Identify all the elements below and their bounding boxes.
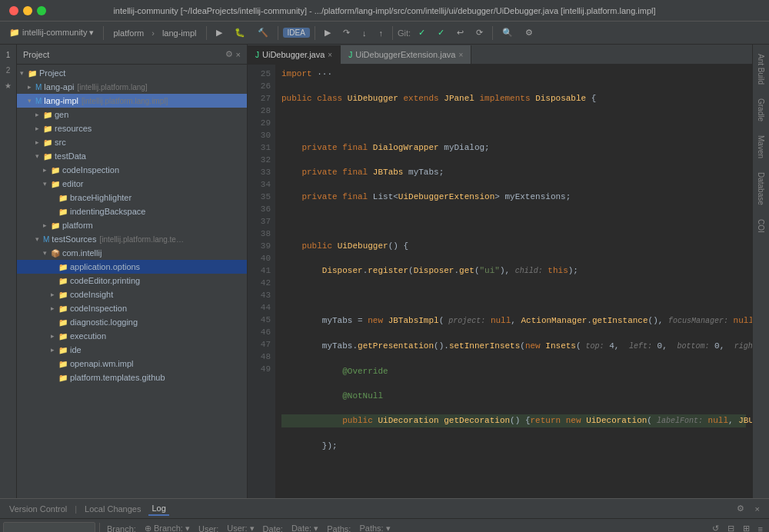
search-button[interactable]: 🔍 (498, 26, 518, 39)
tree-item-indentingbackspace[interactable]: 📁 indentingBackspace (17, 204, 247, 218)
debug-button[interactable]: 🐛 (230, 26, 250, 39)
tree-item-com-intellij[interactable]: ▾ 📦 com.intellij (17, 246, 247, 260)
platform-nav-button[interactable]: platform (108, 27, 148, 39)
main-toolbar: 📁 intellij-community ▾ platform › lang-i… (0, 22, 769, 45)
project-panel-header: Project ⚙ × (17, 45, 247, 65)
git-expand-btn[interactable]: ⊞ (740, 522, 753, 532)
code-editor[interactable]: import ··· public class UiDebugger exten… (275, 65, 752, 498)
toolbar-sep-3 (278, 26, 278, 40)
git-refresh-btn[interactable]: ↺ (709, 522, 722, 532)
local-changes-tab[interactable]: Local Changes (82, 503, 144, 515)
database-panel[interactable]: Database (755, 166, 767, 211)
step-over-button[interactable]: ↷ (338, 26, 355, 39)
tree-item-codeinspection[interactable]: ▸ 📁 codeInspection (17, 163, 247, 177)
tree-item-bracehighlighter[interactable]: 📁 braceHighlighter (17, 191, 247, 204)
user-filter-label: User: (195, 523, 221, 533)
editor-tab-1[interactable]: J UiDebugger.java × (248, 45, 341, 64)
paths-filter-button[interactable]: Paths: ▾ (356, 522, 393, 532)
tree-item-testsources[interactable]: ▾ M testSources [intellij.platform.lang.… (17, 232, 247, 246)
tree-item-execution[interactable]: ▸ 📁 execution (17, 329, 247, 343)
tree-item-testdata[interactable]: ▾ 📁 testData (17, 149, 247, 163)
git-search-input[interactable] (3, 522, 95, 533)
panel-settings-icon[interactable]: ⚙ (225, 49, 233, 59)
git-checkmark-1[interactable]: ✓ (414, 26, 430, 39)
gradle-panel[interactable]: Gradle (755, 92, 767, 128)
git-collapse-btn[interactable]: ⊟ (724, 522, 737, 532)
tree-item-platform[interactable]: ▸ 📁 platform (17, 218, 247, 232)
maximize-button[interactable] (37, 6, 46, 15)
tree-item-codeeditor-printing[interactable]: 📁 codeEditor.printing (17, 274, 247, 288)
close-button[interactable] (9, 6, 18, 15)
toolbar-sep-4 (315, 26, 315, 40)
maven-panel[interactable]: Maven (755, 129, 767, 165)
tree-item-src[interactable]: ▸ 📁 src (17, 135, 247, 149)
version-control-tab[interactable]: Version Control (6, 503, 70, 515)
tab-close-1[interactable]: × (328, 51, 332, 59)
bottom-tabs-bar: Version Control | Local Changes Log ⚙ × (0, 499, 769, 519)
branch-filter-button[interactable]: ⊕ Branch: ▾ (141, 522, 193, 532)
tree-item-resources[interactable]: ▸ 📁 resources (17, 121, 247, 135)
tree-item-gen[interactable]: ▸ 📁 gen (17, 108, 247, 121)
bottom-panel: Version Control | Local Changes Log ⚙ × … (0, 498, 769, 532)
project-view-icon[interactable]: 1 (2, 48, 15, 62)
tab-label-1: UiDebugger.java (262, 50, 325, 59)
date-filter-button[interactable]: Date: ▾ (288, 522, 321, 532)
build-button[interactable]: 🔨 (253, 26, 273, 39)
run-config-button[interactable]: ▶ (320, 26, 335, 39)
tab-label-2: UiDebuggerExtension.java (355, 50, 455, 59)
favorites-icon[interactable]: ★ (2, 78, 15, 92)
tree-item-diagnostic-logging[interactable]: 📁 diagnostic.logging (17, 315, 247, 329)
bottom-panel-settings-icon[interactable]: ⚙ (734, 502, 747, 515)
coi-panel[interactable]: COI (755, 213, 767, 239)
bottom-toolbar: Branch: ⊕ Branch: ▾ User: User: ▾ Date: … (0, 519, 769, 532)
structure-icon[interactable]: 2 (2, 63, 15, 77)
user-filter-button[interactable]: User: ▾ (224, 522, 257, 532)
idea-badge: IDEA (283, 28, 310, 38)
tree-item-codeinspection2[interactable]: ▸ 📁 codeInspection (17, 301, 247, 315)
editor-area: J UiDebugger.java × J UiDebuggerExtensio… (248, 45, 752, 498)
date-filter-label: Date: (260, 523, 286, 533)
settings-button[interactable]: ⚙ (521, 26, 538, 39)
main-layout: 1 2 ★ Project ⚙ × ▾ 📁 Project ▸ M lang-a… (0, 45, 769, 498)
minimize-button[interactable] (23, 6, 32, 15)
paths-filter-label: Paths: (324, 523, 354, 533)
bt-sep-1 (99, 523, 100, 533)
bottom-panel-close-icon[interactable]: × (752, 503, 763, 515)
undo-button[interactable]: ↩ (452, 26, 468, 39)
tree-item-lang-api[interactable]: ▸ M lang-api [intellij.platform.lang] (17, 80, 247, 94)
panel-close-icon[interactable]: × (236, 50, 241, 59)
tree-item-root[interactable]: ▾ 📁 Project (17, 66, 247, 80)
tree-item-codeinsight[interactable]: ▸ 📁 codeInsight (17, 288, 247, 301)
step-into-button[interactable]: ↓ (358, 27, 371, 39)
lang-impl-nav-button[interactable]: lang-impl (158, 27, 201, 39)
right-sidebar: Ant Build Gradle Maven Database COI (752, 45, 769, 498)
tree-item-openapi-wm-impl[interactable]: 📁 openapi.wm.impl (17, 357, 247, 371)
tree-item-editor[interactable]: ▾ 📁 editor (17, 177, 247, 191)
run-button[interactable]: ▶ (211, 26, 227, 39)
tree-item-ide[interactable]: ▸ 📁 ide (17, 343, 247, 357)
project-panel: Project ⚙ × ▾ 📁 Project ▸ M lang-api [in… (17, 45, 248, 498)
tree-item-application-options[interactable]: 📁 application.options (17, 260, 247, 274)
code-content[interactable]: 25 26 27 28 29 30 31 32 33 34 35 36 37 3… (248, 65, 752, 498)
step-out-button[interactable]: ↑ (374, 27, 388, 39)
title-bar: intellij-community [~/IdeaProjects/intel… (0, 0, 769, 22)
java-icon-2: J (348, 51, 352, 59)
window-title: intellij-community [~/IdeaProjects/intel… (113, 6, 655, 15)
git-graph-btn[interactable]: ≡ (755, 523, 766, 533)
project-tree: ▾ 📁 Project ▸ M lang-api [intellij.platf… (17, 65, 247, 498)
tree-item-lang-impl[interactable]: ▾ M lang-impl [intellij.platform.lang.im… (17, 94, 247, 108)
folder-icon: 📁 (9, 28, 20, 37)
tree-item-platform-templates[interactable]: 📁 platform.templates.github (17, 371, 247, 384)
refresh-button[interactable]: ⟳ (471, 26, 488, 39)
tab-close-2[interactable]: × (458, 51, 463, 59)
line-numbers: 25 26 27 28 29 30 31 32 33 34 35 36 37 3… (248, 65, 275, 498)
project-panel-title: Project (23, 50, 222, 59)
window-controls[interactable] (9, 6, 46, 15)
ant-build-panel[interactable]: Ant Build (755, 48, 767, 91)
editor-tab-2[interactable]: J UiDebuggerExtension.java × (341, 45, 471, 64)
toolbar-sep-2 (206, 26, 207, 40)
log-tab[interactable]: Log (148, 502, 168, 516)
project-nav-button[interactable]: 📁 intellij-community ▾ (5, 26, 98, 39)
editor-tabs: J UiDebugger.java × J UiDebuggerExtensio… (248, 45, 752, 65)
git-checkmark-2[interactable]: ✓ (433, 26, 449, 39)
